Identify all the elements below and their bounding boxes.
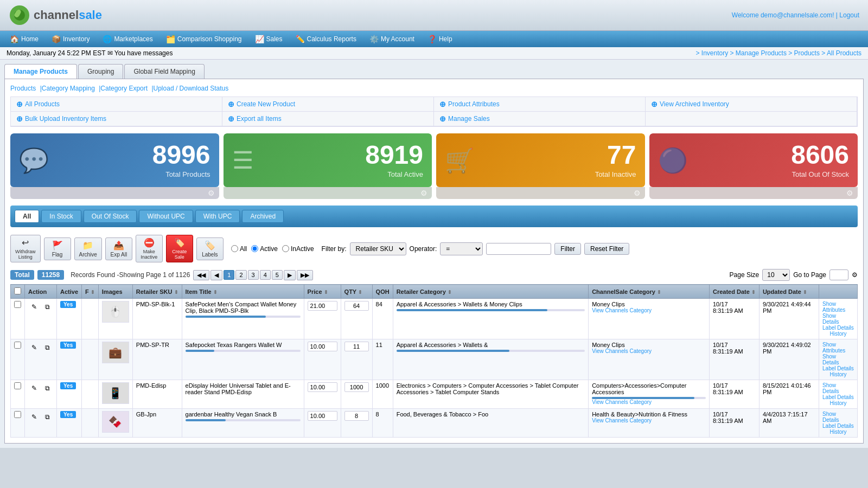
link-products[interactable]: Products (10, 85, 36, 92)
nav-account[interactable]: ⚙️My Account (364, 33, 420, 45)
action-export-all[interactable]: ⊕ Export all Items (222, 112, 434, 126)
page-5[interactable]: 5 (272, 270, 283, 280)
row4-history[interactable]: History (822, 429, 854, 435)
row3-check[interactable] (14, 382, 21, 389)
link-category-mapping[interactable]: |Category Mapping (40, 85, 95, 92)
row4-show-details[interactable]: Show Details (822, 411, 854, 423)
row3-price-input[interactable] (308, 382, 337, 392)
reset-filter-button[interactable]: Reset Filter (584, 243, 629, 255)
radio-inactive-input[interactable] (282, 245, 289, 252)
action-bulk-upload[interactable]: ⊕ Bulk Upload Inventory Items (11, 112, 222, 126)
page-next[interactable]: ▶ (284, 270, 296, 280)
row1-label-details[interactable]: Label Details (822, 325, 854, 331)
page-prev-first[interactable]: ◀◀ (193, 270, 209, 280)
row3-copy-icon[interactable]: ⧉ (41, 382, 53, 394)
row1-edit-icon[interactable]: ✎ (28, 301, 40, 313)
row4-price-input[interactable] (308, 411, 337, 421)
action-all-products[interactable]: ⊕ All Products (11, 97, 222, 112)
th-retailer-cat[interactable]: Retailer Category ⇕ (393, 285, 589, 299)
radio-all-input[interactable] (231, 245, 238, 252)
btn-flag[interactable]: 🚩 Flag (44, 237, 71, 260)
gear-pagination[interactable]: ⚙ (852, 271, 858, 279)
action-view-archived[interactable]: ⊕ View Archived Inventory (646, 97, 857, 112)
row1-price-input[interactable] (308, 301, 337, 311)
filter-value-input[interactable] (486, 243, 551, 255)
nav-help[interactable]: ❓Help (422, 33, 458, 45)
row2-edit-icon[interactable]: ✎ (28, 342, 40, 354)
th-created[interactable]: Created Date ⇕ (710, 285, 760, 299)
filter-tab-outofstock[interactable]: Out Of Stock (84, 210, 137, 223)
nav-reports[interactable]: ✏️Calculus Reports (290, 33, 362, 45)
btn-archive[interactable]: 📁 Archive (74, 237, 102, 260)
filter-tab-withoutupc[interactable]: Without UPC (139, 210, 193, 223)
row4-qty-input[interactable] (344, 411, 369, 421)
go-to-page-input[interactable] (829, 269, 848, 280)
page-3[interactable]: 3 (248, 270, 259, 280)
filter-tab-archived[interactable]: Archived (242, 210, 284, 223)
row4-edit-icon[interactable]: ✎ (28, 411, 40, 423)
page-prev[interactable]: ◀ (210, 270, 222, 280)
filter-by-select[interactable]: Retailer SKU Item Title Price QTY (350, 242, 406, 255)
nav-home[interactable]: 🏠Home (4, 33, 44, 45)
nav-comparison[interactable]: 🗂️Comparison Shopping (161, 33, 247, 45)
row1-show-attributes[interactable]: Show Attributes (822, 301, 854, 313)
nav-marketplaces[interactable]: 🌐Marketplaces (97, 33, 158, 45)
filter-tab-withupc[interactable]: With UPC (195, 210, 240, 223)
row3-edit-icon[interactable]: ✎ (28, 382, 40, 394)
row2-price-input[interactable] (308, 342, 337, 351)
filter-tab-all[interactable]: All (15, 210, 39, 223)
th-cs-cat[interactable]: ChannelSale Category ⇕ (589, 285, 710, 299)
row3-history[interactable]: History (822, 400, 854, 406)
th-updated[interactable]: Updated Date ⇕ (759, 285, 819, 299)
row1-qty-input[interactable] (344, 301, 369, 311)
btn-create-sale[interactable]: 🏷️ CreateSale (166, 235, 193, 262)
tab-grouping[interactable]: Grouping (78, 64, 123, 79)
th-retailer-sku[interactable]: Retailer SKU ⇕ (132, 285, 182, 299)
th-item-title[interactable]: Item Title ⇕ (182, 285, 304, 299)
row2-check[interactable] (14, 342, 21, 349)
row2-view-channels[interactable]: View Channels Category (592, 348, 706, 354)
row1-copy-icon[interactable]: ⧉ (41, 301, 53, 313)
btn-labels[interactable]: 🏷️ Labels (196, 237, 224, 260)
row3-show-details[interactable]: Show Details (822, 382, 854, 394)
row2-copy-icon[interactable]: ⧉ (41, 342, 53, 354)
page-2[interactable]: 2 (235, 270, 246, 280)
filter-button[interactable]: Filter (554, 243, 581, 255)
radio-active[interactable]: Active (251, 245, 278, 253)
select-all-checkbox[interactable] (14, 287, 21, 294)
row1-view-channels[interactable]: View Channels Category (592, 307, 706, 313)
radio-inactive[interactable]: InActive (282, 245, 314, 253)
row1-history[interactable]: History (822, 331, 854, 337)
btn-make-inactive[interactable]: ⛔ MakeInactive (136, 235, 163, 262)
row4-label-details[interactable]: Label Details (822, 423, 854, 429)
row2-show-details[interactable]: Show Details (822, 354, 854, 365)
operator-select[interactable]: = != > < contains (440, 242, 483, 255)
action-create-product[interactable]: ⊕ Create New Product (222, 97, 434, 112)
radio-all[interactable]: All (231, 245, 247, 253)
th-price[interactable]: Price ⇕ (304, 285, 341, 299)
page-4[interactable]: 4 (260, 270, 271, 280)
row2-label-details[interactable]: Label Details (822, 365, 854, 371)
stat-gear-2[interactable]: ⚙ (420, 189, 427, 197)
tab-manage-products[interactable]: Manage Products (4, 64, 77, 79)
filter-tab-instock[interactable]: In Stock (41, 210, 81, 223)
row2-history[interactable]: History (822, 371, 854, 377)
btn-withdraw-listing[interactable]: ↩ WithdrawListing (10, 235, 41, 262)
row3-view-channels[interactable]: View Channels Category (592, 399, 706, 405)
action-manage-sales[interactable]: ⊕ Manage Sales (434, 112, 646, 126)
radio-active-input[interactable] (251, 245, 258, 252)
row3-qty-input[interactable] (344, 382, 369, 392)
stat-gear-1[interactable]: ⚙ (208, 189, 215, 197)
action-product-attributes[interactable]: ⊕ Product Attributes (434, 97, 646, 112)
page-1[interactable]: 1 (224, 270, 234, 280)
nav-inventory[interactable]: 📦Inventory (46, 33, 95, 45)
row1-check[interactable] (14, 301, 21, 308)
row2-qty-input[interactable] (344, 342, 369, 351)
btn-exp-all[interactable]: 📤 Exp All (105, 237, 132, 260)
row4-copy-icon[interactable]: ⧉ (41, 411, 53, 423)
tab-global-field-mapping[interactable]: Global Field Mapping (124, 64, 204, 79)
nav-sales[interactable]: 📈Sales (250, 33, 288, 45)
stat-gear-4[interactable]: ⚙ (846, 189, 853, 197)
page-next-last[interactable]: ▶▶ (297, 270, 313, 280)
stat-gear-3[interactable]: ⚙ (634, 189, 641, 197)
